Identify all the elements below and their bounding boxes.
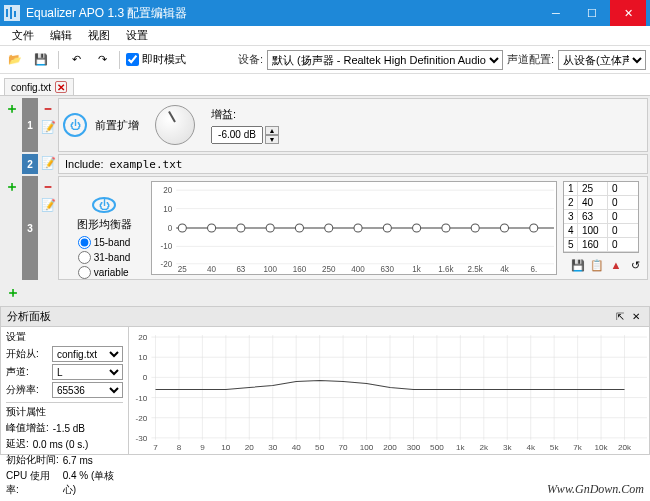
svg-text:400: 400 [351, 265, 365, 274]
table-row[interactable]: 41000 [564, 224, 638, 238]
add-icon[interactable]: ＋ [5, 100, 19, 118]
svg-text:300: 300 [407, 443, 421, 452]
svg-point-12 [237, 224, 245, 232]
svg-text:7: 7 [153, 443, 158, 452]
power-toggle[interactable]: ⏻ [63, 113, 87, 137]
svg-text:-20: -20 [136, 414, 148, 423]
close-panel-icon[interactable]: ✕ [629, 310, 643, 324]
table-row[interactable]: 3630 [564, 210, 638, 224]
svg-text:2k: 2k [480, 443, 490, 452]
radio-variable[interactable]: variable [78, 266, 131, 279]
svg-point-10 [178, 224, 186, 232]
row-handle-2[interactable]: 2 [22, 154, 38, 174]
start-select[interactable]: config.txt [52, 346, 123, 362]
svg-text:50: 50 [315, 443, 325, 452]
svg-text:1k: 1k [412, 265, 421, 274]
svg-text:0: 0 [168, 224, 173, 233]
save-button[interactable]: 💾 [30, 49, 52, 71]
menu-settings[interactable]: 设置 [118, 26, 156, 45]
include-file: example.txt [110, 158, 183, 171]
svg-text:70: 70 [339, 443, 349, 452]
analysis-panel: 设置 开始从:config.txt 声道:L 分辨率:65536 预计属性 峰值… [0, 327, 650, 455]
app-icon [4, 5, 20, 21]
gain-spinner[interactable]: ▲▼ [265, 126, 279, 144]
menubar: 文件 编辑 视图 设置 [0, 26, 650, 46]
include-label: Include: [65, 158, 104, 170]
svg-point-22 [530, 224, 538, 232]
svg-text:1.6k: 1.6k [438, 265, 454, 274]
device-label: 设备: [238, 52, 263, 67]
eq-graph[interactable]: 2540631001602504006301k1.6k2.5k4k6. 2010… [151, 181, 557, 275]
delete-icon[interactable]: － [41, 100, 55, 118]
eq-save-icon[interactable]: 💾 [570, 257, 586, 273]
delete-icon[interactable]: － [41, 178, 55, 196]
row-handle-3[interactable]: 3 [22, 176, 38, 280]
redo-button[interactable]: ↷ [91, 49, 113, 71]
svg-point-18 [413, 224, 421, 232]
add-row-button[interactable]: ＋ [6, 284, 20, 300]
maximize-button[interactable]: ☐ [574, 0, 610, 26]
svg-text:10: 10 [138, 353, 148, 362]
svg-text:20: 20 [138, 333, 148, 342]
channel-config-label: 声道配置: [507, 52, 554, 67]
eq-table[interactable]: 1250240036304100051600 [563, 181, 639, 253]
device-select[interactable]: 默认 (扬声器 - Realtek High Definition Audio) [267, 50, 503, 70]
svg-text:-20: -20 [161, 260, 173, 269]
tab-config[interactable]: config.txt ✕ [4, 78, 74, 95]
svg-text:630: 630 [381, 265, 395, 274]
add-icon[interactable]: ＋ [5, 178, 19, 196]
radio-15band[interactable]: 15-band [78, 236, 131, 249]
svg-text:10k: 10k [595, 443, 609, 452]
table-row[interactable]: 2400 [564, 196, 638, 210]
svg-text:63: 63 [236, 265, 245, 274]
svg-text:2.5k: 2.5k [468, 265, 484, 274]
row-handle-1[interactable]: 1 [22, 98, 38, 152]
analysis-graph[interactable]: 20100-10-20-30 7891020304050701002003005… [129, 327, 649, 454]
eq-reset-icon[interactable]: ↺ [627, 257, 643, 273]
channel-config-select[interactable]: 从设备(立体声) [558, 50, 646, 70]
svg-point-21 [500, 224, 508, 232]
svg-text:20: 20 [245, 443, 255, 452]
gain-knob[interactable] [147, 97, 203, 153]
eq-power-toggle[interactable]: ⏻ [92, 197, 116, 213]
analysis-header[interactable]: 分析面板 ⇱ ✕ [0, 306, 650, 327]
instant-mode-checkbox[interactable]: 即时模式 [126, 52, 186, 67]
svg-text:5k: 5k [550, 443, 560, 452]
svg-text:200: 200 [383, 443, 397, 452]
preamp-title: 前置扩增 [95, 118, 139, 133]
svg-text:-10: -10 [161, 242, 173, 251]
undo-button[interactable]: ↶ [65, 49, 87, 71]
eq-export-icon[interactable]: ▲ [608, 257, 624, 273]
svg-text:100: 100 [263, 265, 277, 274]
open-button[interactable]: 📂 [4, 49, 26, 71]
minimize-button[interactable]: ─ [538, 0, 574, 26]
svg-text:25: 25 [178, 265, 187, 274]
svg-text:100: 100 [360, 443, 374, 452]
svg-point-16 [354, 224, 362, 232]
close-button[interactable]: ✕ [610, 0, 646, 26]
edit-icon[interactable]: 📝 [41, 156, 56, 170]
radio-31band[interactable]: 31-band [78, 251, 131, 264]
menu-view[interactable]: 视图 [80, 26, 118, 45]
svg-text:10: 10 [163, 205, 172, 214]
gain-input[interactable] [211, 126, 263, 144]
svg-text:250: 250 [322, 265, 336, 274]
edit-icon[interactable]: 📝 [41, 120, 56, 134]
svg-text:500: 500 [430, 443, 444, 452]
table-row[interactable]: 1250 [564, 182, 638, 196]
menu-edit[interactable]: 编辑 [42, 26, 80, 45]
edit-icon[interactable]: 📝 [41, 198, 56, 212]
table-row[interactable]: 51600 [564, 238, 638, 252]
resolution-select[interactable]: 65536 [52, 382, 123, 398]
channel-select[interactable]: L [52, 364, 123, 380]
watermark: Www.GnDown.Com [547, 482, 644, 497]
svg-text:1k: 1k [456, 443, 466, 452]
tabbar: config.txt ✕ [0, 74, 650, 96]
svg-text:40: 40 [207, 265, 216, 274]
close-tab-icon[interactable]: ✕ [55, 81, 67, 93]
svg-text:7k: 7k [573, 443, 583, 452]
eq-copy-icon[interactable]: 📋 [589, 257, 605, 273]
undock-icon[interactable]: ⇱ [613, 310, 627, 324]
menu-file[interactable]: 文件 [4, 26, 42, 45]
est-title: 预计属性 [6, 402, 123, 419]
